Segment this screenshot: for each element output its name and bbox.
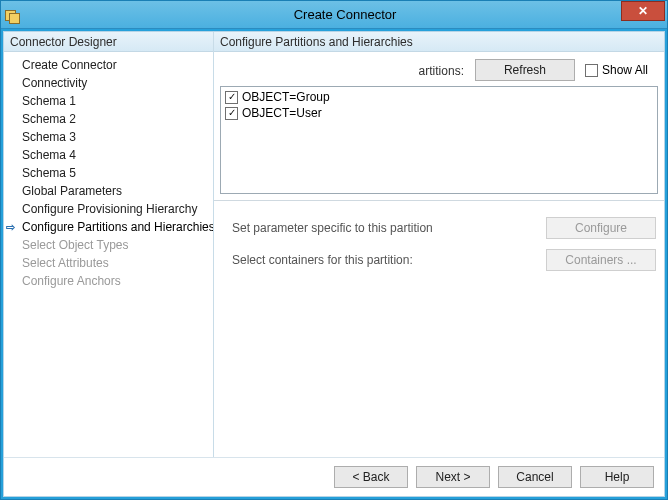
nav-item-0[interactable]: Create Connector <box>4 56 213 74</box>
nav-item-7[interactable]: Global Parameters <box>4 182 213 200</box>
nav-item-10: Select Object Types <box>4 236 213 254</box>
footer: < Back Next > Cancel Help <box>4 458 664 496</box>
partition-label-0: OBJECT=Group <box>242 90 330 104</box>
show-all-label: Show All <box>602 63 648 77</box>
partition-label-1: OBJECT=User <box>242 106 322 120</box>
right-header: Configure Partitions and Hierarchies <box>214 32 664 52</box>
set-parameter-row: Set parameter specific to this partition… <box>232 215 656 241</box>
next-button[interactable]: Next > <box>416 466 490 488</box>
right-pane: Configure Partitions and Hierarchies art… <box>214 32 664 457</box>
nav-item-5[interactable]: Schema 4 <box>4 146 213 164</box>
client-area: Connector Designer Create ConnectorConne… <box>3 31 665 497</box>
refresh-button[interactable]: Refresh <box>475 59 575 81</box>
sidebar: Connector Designer Create ConnectorConne… <box>4 32 214 457</box>
nav-item-3[interactable]: Schema 2 <box>4 110 213 128</box>
wizard-window: Create Connector ✕ Connector Designer Cr… <box>0 0 668 500</box>
help-button[interactable]: Help <box>580 466 654 488</box>
window-title: Create Connector <box>23 7 667 22</box>
show-all-wrap: Show All <box>579 63 658 77</box>
nav-item-9[interactable]: Configure Partitions and Hierarchies <box>4 218 213 236</box>
partition-checkbox-1[interactable]: ✓ <box>225 107 238 120</box>
cancel-button[interactable]: Cancel <box>498 466 572 488</box>
partitions-section: artitions: Refresh Show All ✓OBJECT=Grou… <box>214 52 664 201</box>
partition-options: Set parameter specific to this partition… <box>214 201 664 457</box>
close-button[interactable]: ✕ <box>621 1 665 21</box>
nav-item-11: Select Attributes <box>4 254 213 272</box>
select-containers-label: Select containers for this partition: <box>232 253 546 267</box>
nav-item-1[interactable]: Connectivity <box>4 74 213 92</box>
partition-row-0[interactable]: ✓OBJECT=Group <box>225 89 653 105</box>
configure-button[interactable]: Configure <box>546 217 656 239</box>
partitions-label: artitions: <box>220 59 471 81</box>
titlebar: Create Connector ✕ <box>1 1 667 29</box>
partitions-control-row: artitions: Refresh Show All <box>220 58 658 82</box>
main-row: Connector Designer Create ConnectorConne… <box>4 32 664 458</box>
containers-button[interactable]: Containers ... <box>546 249 656 271</box>
partition-listbox[interactable]: ✓OBJECT=Group✓OBJECT=User <box>220 86 658 194</box>
nav-list: Create ConnectorConnectivitySchema 1Sche… <box>4 52 213 457</box>
app-icon <box>1 8 23 22</box>
sidebar-header: Connector Designer <box>4 32 213 52</box>
partition-checkbox-0[interactable]: ✓ <box>225 91 238 104</box>
containers-row: Select containers for this partition: Co… <box>232 247 656 273</box>
nav-item-4[interactable]: Schema 3 <box>4 128 213 146</box>
set-parameter-label: Set parameter specific to this partition <box>232 221 546 235</box>
show-all-checkbox[interactable] <box>585 64 598 77</box>
nav-item-2[interactable]: Schema 1 <box>4 92 213 110</box>
partition-row-1[interactable]: ✓OBJECT=User <box>225 105 653 121</box>
nav-item-6[interactable]: Schema 5 <box>4 164 213 182</box>
nav-item-8[interactable]: Configure Provisioning Hierarchy <box>4 200 213 218</box>
back-button[interactable]: < Back <box>334 466 408 488</box>
nav-item-12: Configure Anchors <box>4 272 213 290</box>
